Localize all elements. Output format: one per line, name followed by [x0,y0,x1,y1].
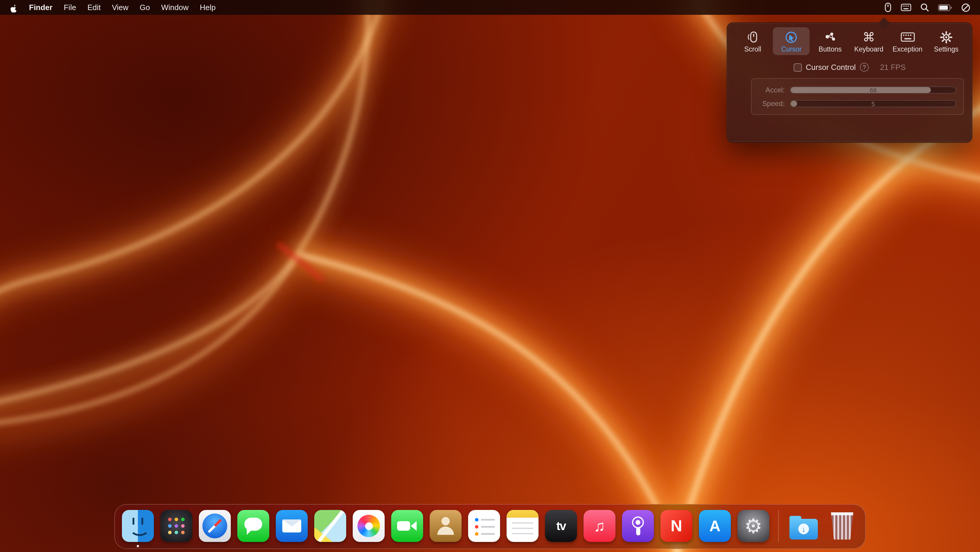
tab-exception[interactable]: Exception [889,27,926,55]
accel-row: Accel: 68 [754,86,956,94]
dock-item-music[interactable]: ♫ [583,509,616,542]
tab-keyboard[interactable]: ⌘ Keyboard [850,27,887,55]
running-indicator [137,545,139,547]
command-key-icon: ⌘ [862,30,875,44]
speed-value: 5 [791,101,956,106]
fps-readout: 21 FPS [880,63,906,72]
accel-label: Accel: [754,86,785,94]
dock-item-news[interactable]: N [660,509,693,542]
menu-view[interactable]: View [112,3,129,12]
dock-item-messages[interactable] [237,509,270,542]
tab-settings[interactable]: Settings [928,27,965,55]
dock-item-app-store[interactable]: A [698,509,732,542]
circle-slash-icon[interactable] [961,3,970,12]
buttons-icon [824,30,837,44]
search-icon[interactable] [920,3,929,12]
dock: tv ♫ N A ⚙ [114,504,866,549]
dock-item-tv[interactable]: tv [544,509,578,542]
dock-item-facetime[interactable] [391,509,424,542]
scroll-icon [747,30,759,44]
desktop: Finder File Edit View Go Window Help [0,0,980,552]
tab-cursor[interactable]: Cursor [773,27,810,55]
cursor-icon [785,30,798,44]
reminders-icon [468,510,500,542]
trash-icon [826,510,858,542]
speed-slider[interactable]: 5 [790,100,956,107]
tab-label: Keyboard [854,45,883,53]
gear-icon [940,30,953,44]
keyboard-grid-icon [900,30,915,44]
notes-icon [507,510,539,542]
contacts-icon [430,510,461,542]
dock-item-downloads[interactable] [787,509,820,542]
menu-bar-status-area [884,2,970,13]
tab-scroll[interactable]: Scroll [734,27,771,55]
dock-item-mail[interactable] [275,509,308,542]
cursor-control-checkbox[interactable] [793,63,802,71]
safari-icon [199,510,231,542]
accel-value: 68 [791,87,956,93]
menu-go[interactable]: Go [140,3,150,12]
mouse-status-icon[interactable] [884,2,892,13]
dock-item-finder[interactable] [121,509,154,542]
help-icon[interactable]: ? [860,63,869,72]
dock-item-launchpad[interactable] [160,509,193,542]
tab-label: Cursor [781,45,802,53]
apple-menu[interactable] [10,3,18,12]
apple-tv-icon: tv [545,510,577,542]
messages-icon [237,510,269,542]
dock-item-photos[interactable] [352,509,385,542]
cursor-control-row: Cursor Control ? 21 FPS [727,63,972,72]
popover-tab-bar: Scroll Cursor Buttons ⌘ Keyboard [727,23,972,55]
keyboard-status-icon[interactable] [901,3,912,11]
tab-buttons[interactable]: Buttons [812,27,849,55]
tab-label: Scroll [744,45,761,53]
news-icon: N [660,510,692,542]
menu-bar-left: Finder File Edit View Go Window Help [10,3,216,12]
music-icon: ♫ [584,510,616,542]
mail-icon [276,510,308,542]
active-app-menu[interactable]: Finder [29,3,52,12]
menu-bar: Finder File Edit View Go Window Help [0,0,980,15]
maps-icon [314,510,346,542]
dock-item-maps[interactable] [313,509,347,542]
tab-label: Buttons [819,45,842,53]
podcasts-icon [622,510,654,542]
cursor-control-label: Cursor Control [806,63,856,72]
cursor-sliders-group: Accel: 68 Speed: 5 [751,78,964,115]
menu-file[interactable]: File [64,3,76,12]
mouse-utility-popover: Scroll Cursor Buttons ⌘ Keyboard [727,22,972,143]
tab-label: Exception [893,45,923,53]
menu-edit[interactable]: Edit [87,3,100,12]
dock-item-safari[interactable] [198,509,231,542]
menu-window[interactable]: Window [161,3,189,12]
system-settings-icon: ⚙ [737,510,769,542]
dock-item-notes[interactable] [506,509,539,542]
dock-item-podcasts[interactable] [621,509,654,542]
app-store-icon: A [699,510,731,542]
speed-row: Speed: 5 [754,99,956,107]
photos-icon [353,510,385,542]
dock-item-reminders[interactable] [468,509,501,542]
dock-item-trash[interactable] [826,509,859,542]
accel-slider[interactable]: 68 [790,86,956,93]
finder-icon [122,510,154,542]
apple-logo-icon [10,3,18,12]
downloads-folder-icon [788,510,819,542]
dock-item-contacts[interactable] [429,509,462,542]
launchpad-icon [161,510,192,542]
battery-icon[interactable] [938,4,952,11]
facetime-icon [391,510,423,542]
menu-help[interactable]: Help [200,3,216,12]
speed-label: Speed: [754,99,785,107]
dock-separator [778,510,779,542]
tab-label: Settings [934,45,958,53]
dock-item-system-settings[interactable]: ⚙ [737,509,770,542]
